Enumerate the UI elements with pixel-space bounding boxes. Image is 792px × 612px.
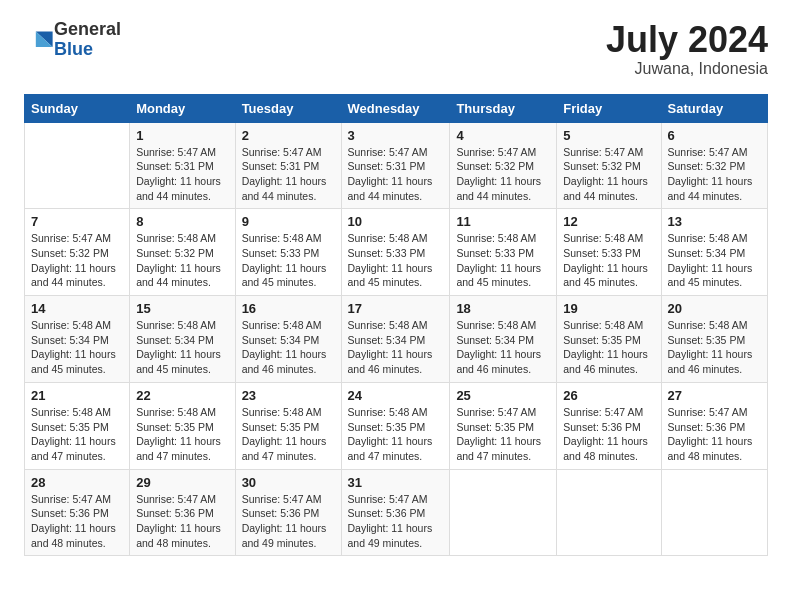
calendar-cell: 12Sunrise: 5:48 AMSunset: 5:33 PMDayligh… — [557, 209, 661, 296]
calendar-cell: 11Sunrise: 5:48 AMSunset: 5:33 PMDayligh… — [450, 209, 557, 296]
month-year-title: July 2024 — [606, 20, 768, 60]
day-number: 24 — [348, 388, 444, 403]
header-cell-monday: Monday — [130, 94, 235, 122]
calendar-cell: 5Sunrise: 5:47 AMSunset: 5:32 PMDaylight… — [557, 122, 661, 209]
calendar-cell: 29Sunrise: 5:47 AMSunset: 5:36 PMDayligh… — [130, 469, 235, 556]
calendar-cell: 24Sunrise: 5:48 AMSunset: 5:35 PMDayligh… — [341, 382, 450, 469]
day-info: Sunrise: 5:48 AMSunset: 5:33 PMDaylight:… — [348, 231, 444, 290]
header-cell-thursday: Thursday — [450, 94, 557, 122]
day-number: 2 — [242, 128, 335, 143]
day-info: Sunrise: 5:48 AMSunset: 5:34 PMDaylight:… — [348, 318, 444, 377]
location-subtitle: Juwana, Indonesia — [606, 60, 768, 78]
calendar-cell: 7Sunrise: 5:47 AMSunset: 5:32 PMDaylight… — [25, 209, 130, 296]
day-number: 3 — [348, 128, 444, 143]
day-info: Sunrise: 5:48 AMSunset: 5:35 PMDaylight:… — [136, 405, 228, 464]
calendar-cell: 26Sunrise: 5:47 AMSunset: 5:36 PMDayligh… — [557, 382, 661, 469]
title-block: July 2024 Juwana, Indonesia — [606, 20, 768, 78]
day-number: 15 — [136, 301, 228, 316]
day-info: Sunrise: 5:48 AMSunset: 5:34 PMDaylight:… — [668, 231, 762, 290]
day-number: 10 — [348, 214, 444, 229]
day-info: Sunrise: 5:48 AMSunset: 5:34 PMDaylight:… — [456, 318, 550, 377]
day-number: 31 — [348, 475, 444, 490]
day-number: 17 — [348, 301, 444, 316]
calendar-cell: 19Sunrise: 5:48 AMSunset: 5:35 PMDayligh… — [557, 296, 661, 383]
calendar-header: SundayMondayTuesdayWednesdayThursdayFrid… — [25, 94, 768, 122]
day-info: Sunrise: 5:48 AMSunset: 5:35 PMDaylight:… — [348, 405, 444, 464]
day-number: 26 — [563, 388, 654, 403]
day-number: 18 — [456, 301, 550, 316]
calendar-cell: 25Sunrise: 5:47 AMSunset: 5:35 PMDayligh… — [450, 382, 557, 469]
day-number: 12 — [563, 214, 654, 229]
day-info: Sunrise: 5:48 AMSunset: 5:34 PMDaylight:… — [136, 318, 228, 377]
calendar-cell: 1Sunrise: 5:47 AMSunset: 5:31 PMDaylight… — [130, 122, 235, 209]
day-number: 16 — [242, 301, 335, 316]
day-info: Sunrise: 5:47 AMSunset: 5:32 PMDaylight:… — [456, 145, 550, 204]
day-number: 19 — [563, 301, 654, 316]
day-number: 27 — [668, 388, 762, 403]
day-info: Sunrise: 5:47 AMSunset: 5:35 PMDaylight:… — [456, 405, 550, 464]
calendar-week-5: 28Sunrise: 5:47 AMSunset: 5:36 PMDayligh… — [25, 469, 768, 556]
calendar-cell: 14Sunrise: 5:48 AMSunset: 5:34 PMDayligh… — [25, 296, 130, 383]
day-number: 11 — [456, 214, 550, 229]
header-cell-sunday: Sunday — [25, 94, 130, 122]
calendar-body: 1Sunrise: 5:47 AMSunset: 5:31 PMDaylight… — [25, 122, 768, 556]
page-header: General Blue July 2024 Juwana, Indonesia — [24, 20, 768, 78]
calendar-cell: 31Sunrise: 5:47 AMSunset: 5:36 PMDayligh… — [341, 469, 450, 556]
logo-icon — [26, 26, 54, 54]
header-row: SundayMondayTuesdayWednesdayThursdayFrid… — [25, 94, 768, 122]
day-info: Sunrise: 5:48 AMSunset: 5:34 PMDaylight:… — [242, 318, 335, 377]
day-number: 9 — [242, 214, 335, 229]
calendar-week-3: 14Sunrise: 5:48 AMSunset: 5:34 PMDayligh… — [25, 296, 768, 383]
day-number: 25 — [456, 388, 550, 403]
day-info: Sunrise: 5:48 AMSunset: 5:35 PMDaylight:… — [242, 405, 335, 464]
calendar-cell: 4Sunrise: 5:47 AMSunset: 5:32 PMDaylight… — [450, 122, 557, 209]
day-info: Sunrise: 5:47 AMSunset: 5:36 PMDaylight:… — [31, 492, 123, 551]
day-info: Sunrise: 5:48 AMSunset: 5:33 PMDaylight:… — [242, 231, 335, 290]
calendar-cell: 27Sunrise: 5:47 AMSunset: 5:36 PMDayligh… — [661, 382, 768, 469]
day-number: 30 — [242, 475, 335, 490]
day-number: 22 — [136, 388, 228, 403]
calendar-table: SundayMondayTuesdayWednesdayThursdayFrid… — [24, 94, 768, 557]
day-info: Sunrise: 5:47 AMSunset: 5:36 PMDaylight:… — [242, 492, 335, 551]
calendar-cell: 15Sunrise: 5:48 AMSunset: 5:34 PMDayligh… — [130, 296, 235, 383]
day-info: Sunrise: 5:47 AMSunset: 5:31 PMDaylight:… — [242, 145, 335, 204]
day-info: Sunrise: 5:47 AMSunset: 5:32 PMDaylight:… — [31, 231, 123, 290]
header-cell-friday: Friday — [557, 94, 661, 122]
logo-blue-text: Blue — [54, 40, 121, 60]
calendar-cell: 17Sunrise: 5:48 AMSunset: 5:34 PMDayligh… — [341, 296, 450, 383]
day-info: Sunrise: 5:47 AMSunset: 5:31 PMDaylight:… — [136, 145, 228, 204]
header-cell-wednesday: Wednesday — [341, 94, 450, 122]
day-number: 1 — [136, 128, 228, 143]
day-info: Sunrise: 5:48 AMSunset: 5:33 PMDaylight:… — [563, 231, 654, 290]
day-info: Sunrise: 5:48 AMSunset: 5:34 PMDaylight:… — [31, 318, 123, 377]
logo: General Blue — [24, 20, 121, 60]
calendar-week-1: 1Sunrise: 5:47 AMSunset: 5:31 PMDaylight… — [25, 122, 768, 209]
calendar-cell: 30Sunrise: 5:47 AMSunset: 5:36 PMDayligh… — [235, 469, 341, 556]
day-number: 29 — [136, 475, 228, 490]
day-info: Sunrise: 5:48 AMSunset: 5:33 PMDaylight:… — [456, 231, 550, 290]
day-number: 4 — [456, 128, 550, 143]
day-info: Sunrise: 5:47 AMSunset: 5:36 PMDaylight:… — [348, 492, 444, 551]
day-info: Sunrise: 5:47 AMSunset: 5:36 PMDaylight:… — [668, 405, 762, 464]
day-info: Sunrise: 5:48 AMSunset: 5:32 PMDaylight:… — [136, 231, 228, 290]
calendar-cell — [557, 469, 661, 556]
calendar-cell: 21Sunrise: 5:48 AMSunset: 5:35 PMDayligh… — [25, 382, 130, 469]
calendar-cell: 6Sunrise: 5:47 AMSunset: 5:32 PMDaylight… — [661, 122, 768, 209]
logo-general-text: General — [54, 20, 121, 40]
day-number: 23 — [242, 388, 335, 403]
calendar-cell: 20Sunrise: 5:48 AMSunset: 5:35 PMDayligh… — [661, 296, 768, 383]
calendar-cell: 22Sunrise: 5:48 AMSunset: 5:35 PMDayligh… — [130, 382, 235, 469]
calendar-cell: 18Sunrise: 5:48 AMSunset: 5:34 PMDayligh… — [450, 296, 557, 383]
day-info: Sunrise: 5:48 AMSunset: 5:35 PMDaylight:… — [31, 405, 123, 464]
day-number: 8 — [136, 214, 228, 229]
header-cell-tuesday: Tuesday — [235, 94, 341, 122]
calendar-cell: 10Sunrise: 5:48 AMSunset: 5:33 PMDayligh… — [341, 209, 450, 296]
calendar-cell: 13Sunrise: 5:48 AMSunset: 5:34 PMDayligh… — [661, 209, 768, 296]
header-cell-saturday: Saturday — [661, 94, 768, 122]
calendar-cell: 8Sunrise: 5:48 AMSunset: 5:32 PMDaylight… — [130, 209, 235, 296]
calendar-cell — [450, 469, 557, 556]
day-info: Sunrise: 5:47 AMSunset: 5:31 PMDaylight:… — [348, 145, 444, 204]
calendar-week-2: 7Sunrise: 5:47 AMSunset: 5:32 PMDaylight… — [25, 209, 768, 296]
calendar-cell: 23Sunrise: 5:48 AMSunset: 5:35 PMDayligh… — [235, 382, 341, 469]
calendar-week-4: 21Sunrise: 5:48 AMSunset: 5:35 PMDayligh… — [25, 382, 768, 469]
